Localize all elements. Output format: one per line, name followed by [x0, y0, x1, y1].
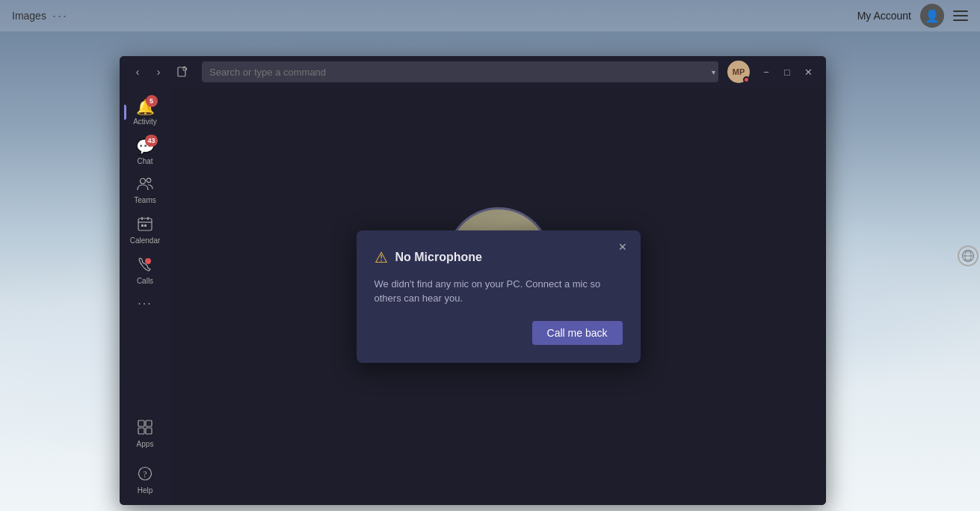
- sidebar-item-more[interactable]: ···: [124, 293, 166, 315]
- dialog-button-row: Call me back: [375, 321, 623, 345]
- help-label: Help: [138, 486, 153, 495]
- dialog-body-text: We didn't find any mic on your PC. Conne…: [375, 277, 623, 306]
- activity-icon: 🔔 5: [136, 98, 155, 116]
- teams-window: ‹ › ▾ MP − □ ✕: [120, 56, 826, 505]
- dialog-title-row: ⚠ No Microphone: [375, 248, 623, 266]
- svg-rect-15: [146, 428, 152, 434]
- chat-icon: 💬 43: [136, 138, 155, 156]
- sidebar-item-calls[interactable]: Calls: [124, 252, 166, 290]
- title-bar: ‹ › ▾ MP − □ ✕: [120, 56, 826, 88]
- globe-svg: [961, 249, 975, 263]
- dialog-title: No Microphone: [395, 251, 482, 264]
- no-microphone-dialog: ✕ ⚠ No Microphone We didn't find any mic…: [357, 230, 641, 363]
- warning-icon: ⚠: [375, 248, 388, 266]
- calendar-icon: [138, 216, 152, 235]
- chat-label: Chat: [137, 157, 152, 165]
- sidebar-item-activity[interactable]: 🔔 5 Activity: [124, 94, 166, 130]
- calls-badge-dot: [145, 258, 151, 264]
- sidebar-item-chat[interactable]: 💬 43 Chat: [124, 133, 166, 170]
- nav-back-button[interactable]: ‹: [127, 61, 148, 82]
- user-initials: MP: [733, 67, 745, 76]
- call-me-back-button[interactable]: Call me back: [532, 321, 623, 345]
- account-person-icon: 👤: [925, 9, 940, 23]
- svg-point-5: [147, 178, 151, 183]
- svg-rect-13: [146, 420, 152, 426]
- calendar-label: Calendar: [130, 236, 161, 245]
- search-dropdown-button[interactable]: ▾: [712, 68, 715, 76]
- svg-rect-12: [138, 420, 144, 426]
- svg-rect-14: [138, 428, 144, 434]
- apps-icon: [138, 420, 152, 438]
- hamburger-menu-button[interactable]: [953, 10, 968, 21]
- window-maximize-button[interactable]: □: [777, 61, 798, 82]
- compose-icon: [176, 66, 188, 78]
- teams-icon: [137, 177, 153, 195]
- account-icon[interactable]: 👤: [920, 4, 944, 28]
- dialog-close-button[interactable]: ✕: [614, 238, 632, 256]
- sidebar-item-help[interactable]: ? Help: [124, 462, 166, 499]
- help-icon: ?: [138, 466, 152, 485]
- activity-badge: 5: [146, 95, 158, 107]
- topbar: Images ··· My Account 👤: [0, 0, 980, 31]
- user-avatar-button[interactable]: MP: [727, 61, 750, 83]
- sidebar-item-apps[interactable]: Apps: [124, 415, 166, 453]
- search-input[interactable]: [202, 61, 718, 82]
- my-account-label: My Account: [857, 10, 911, 22]
- chat-badge: 43: [145, 135, 157, 147]
- sidebar: 🔔 5 Activity 💬 43 Chat: [120, 88, 170, 505]
- calls-icon: [138, 257, 152, 275]
- sidebar-item-teams[interactable]: Teams: [124, 173, 166, 209]
- svg-rect-10: [141, 224, 144, 227]
- svg-point-4: [141, 179, 146, 184]
- main-area: 🔔 5 Activity 💬 43 Chat: [120, 88, 826, 505]
- user-status-indicator: [743, 76, 750, 83]
- sidebar-item-calendar[interactable]: Calendar: [124, 212, 166, 249]
- svg-rect-11: [144, 224, 147, 227]
- nav-forward-button[interactable]: ›: [148, 61, 169, 82]
- window-minimize-button[interactable]: −: [756, 61, 777, 82]
- window-close-button[interactable]: ✕: [798, 61, 819, 82]
- content-area: ✕ ⚠ No Microphone We didn't find any mic…: [170, 88, 826, 505]
- topbar-right: My Account 👤: [857, 4, 968, 28]
- teams-label: Teams: [134, 196, 155, 204]
- more-icon: ···: [138, 297, 152, 310]
- dialog-overlay: ✕ ⚠ No Microphone We didn't find any mic…: [170, 88, 826, 505]
- topbar-images-label: Images: [12, 10, 46, 22]
- globe-icon[interactable]: [958, 245, 979, 266]
- compose-icon-button[interactable]: [172, 61, 193, 82]
- calls-label: Calls: [137, 277, 153, 285]
- svg-text:?: ?: [143, 469, 147, 480]
- topbar-more-options[interactable]: ···: [52, 8, 68, 24]
- active-indicator: [124, 105, 126, 120]
- apps-label: Apps: [137, 440, 154, 448]
- activity-label: Activity: [133, 117, 157, 126]
- search-bar-container: ▾: [202, 61, 718, 82]
